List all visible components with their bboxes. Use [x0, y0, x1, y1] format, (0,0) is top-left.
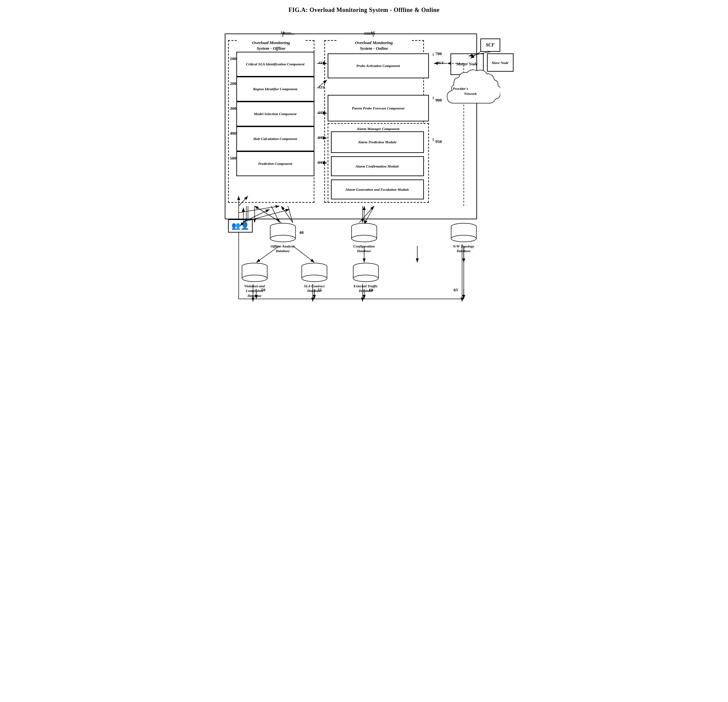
svg-point-58: [242, 275, 267, 282]
nw-topology-db: N/W Topology Database: [449, 223, 479, 254]
page-title: FIG.A: Overload Monitoring System - Offl…: [221, 7, 507, 14]
ref-300: 300: [230, 106, 237, 111]
region-identifier-box: Region Identifier Component: [236, 76, 314, 101]
mcf-label: MCF: [436, 61, 444, 65]
ref-40: 40: [299, 230, 304, 235]
svg-point-63: [302, 275, 327, 282]
ref-400: 400: [230, 131, 237, 136]
ref-700: 700: [436, 51, 442, 56]
atp2-label: ATP: [318, 86, 325, 89]
configuration-db: Configuration Database: [349, 223, 379, 254]
scf-box: SCF: [480, 39, 500, 52]
ref-950: 950: [436, 139, 442, 144]
svg-point-73: [451, 235, 477, 242]
offline-system-label: Overload Monitoring System - Offline: [238, 40, 305, 52]
people-icon: 👥👤: [228, 219, 253, 232]
svg-text:Network: Network: [464, 92, 477, 95]
critical-sla-box: Critical SLA Identification Component: [236, 52, 314, 76]
diagram-container: 10 15 Overload Monitoring System - Offli…: [221, 20, 507, 312]
prediction-box: Prediction Component: [236, 151, 314, 176]
hub-calculation-box: Hub Calculation Component: [236, 126, 314, 151]
ref-500: 500: [230, 156, 237, 161]
svg-point-53: [351, 235, 377, 242]
providers-network-cloud: Provider's Network: [444, 67, 500, 110]
ref-900: 900: [436, 98, 442, 103]
external-traffic-db: External Traffic Database: [351, 262, 381, 293]
online-system-label: Overload Monitoring System - Online: [338, 40, 411, 52]
atp1-label: ATP: [318, 61, 325, 65]
ref-200: 200: [230, 81, 237, 86]
offline-analysis-db: Offline Analysis Database: [268, 223, 298, 254]
model-selection-box: Model Selection Component: [236, 101, 314, 126]
svg-point-48: [270, 235, 295, 242]
svg-point-68: [353, 275, 378, 282]
alarm-prediction-box: Alarm Prediction Module: [331, 131, 424, 153]
dtp1-label: DTP: [318, 111, 325, 114]
dtp3-label: DTP: [318, 161, 325, 164]
probe-activation-box: Probe Activation Component: [328, 53, 429, 78]
sla-contract-db: SLA Contract Database: [299, 262, 329, 293]
ref-65: 65: [454, 287, 458, 293]
alarm-manager-label: Alarm Manager Component: [329, 126, 427, 131]
violation-complaints-db: Violation and Complaints Database: [240, 262, 270, 298]
alarm-confirmation-box: Alarm Confirmation Module: [331, 156, 424, 176]
svg-text:Provider's: Provider's: [452, 86, 468, 91]
alarm-generation-box: Alarm Generation and Escalation Module: [331, 179, 424, 199]
parent-probe-forecast-box: Parent Probe Forecast Component: [328, 95, 429, 121]
ref-100: 100: [230, 56, 237, 61]
dtp2-label: DTP: [318, 136, 325, 139]
